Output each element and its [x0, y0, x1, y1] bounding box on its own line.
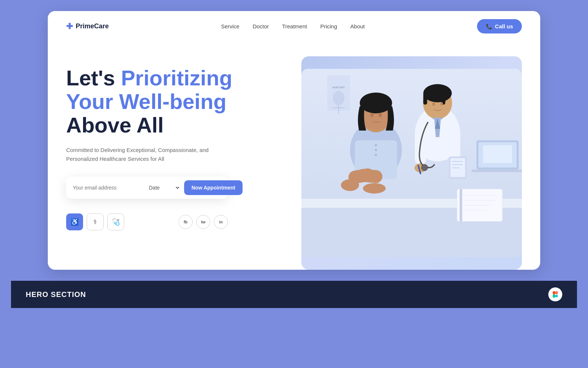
nav-doctor[interactable]: Doctor	[252, 23, 269, 29]
logo-text: PrimeCare	[76, 22, 109, 30]
date-select[interactable]: Date Today Tomorrow This Week	[146, 181, 180, 194]
svg-point-42	[375, 154, 377, 156]
medicine-icon[interactable]: ⚕	[87, 213, 104, 230]
hero-title-aboveall: Above All	[66, 113, 164, 137]
nav-links: Service Doctor Treatment Pricing About	[221, 23, 365, 29]
linkedin-icon[interactable]: in	[214, 215, 228, 229]
hero-section: Let's Prioritizing Your Well-being Above…	[48, 42, 540, 270]
nav-pricing[interactable]: Pricing	[320, 23, 337, 29]
svg-rect-51	[553, 291, 555, 294]
navbar: ✚ PrimeCare Service Doctor Treatment Pri…	[48, 11, 540, 42]
footer-bar: HERO SECTION	[11, 281, 577, 308]
svg-point-46	[379, 113, 382, 117]
service-icon-group: ♿ ⚕ 🩺	[66, 213, 124, 230]
phone-icon: 📞	[486, 24, 492, 29]
hero-left: Let's Prioritizing Your Well-being Above…	[66, 42, 301, 270]
facebook-icon[interactable]: fb	[179, 215, 193, 229]
svg-point-40	[375, 144, 377, 146]
hero-title: Let's Prioritizing Your Well-being Above…	[66, 66, 287, 137]
accessibility-symbol: ♿	[71, 218, 79, 226]
figma-icon	[548, 287, 562, 301]
main-card: ✚ PrimeCare Service Doctor Treatment Pri…	[48, 11, 540, 270]
call-us-label: Call us	[495, 23, 513, 29]
svg-point-50	[363, 183, 386, 194]
appointment-button[interactable]: Now Appointment	[184, 180, 243, 195]
svg-point-36	[421, 164, 428, 171]
svg-rect-17	[483, 145, 512, 163]
svg-point-44	[360, 93, 392, 113]
svg-point-41	[375, 149, 377, 151]
appointment-form: Date Today Tomorrow This Week Now Appoin…	[66, 177, 228, 199]
logo[interactable]: ✚ PrimeCare	[66, 22, 109, 31]
svg-rect-18	[472, 170, 522, 172]
svg-point-48	[341, 179, 359, 191]
logo-cross-icon: ✚	[66, 22, 73, 31]
svg-point-24	[432, 102, 435, 106]
nav-treatment[interactable]: Treatment	[282, 23, 307, 29]
facebook-label: fb	[184, 220, 187, 224]
hero-title-prioritizing: Prioritizing	[121, 66, 232, 90]
linkedin-label: in	[219, 220, 223, 224]
svg-rect-55	[553, 294, 555, 298]
svg-point-54	[555, 295, 558, 297]
hero-title-lets: Let's	[66, 66, 121, 90]
social-icon-group: fb tw in	[179, 215, 228, 229]
nav-service[interactable]: Service	[221, 23, 239, 29]
svg-rect-14	[460, 189, 462, 222]
svg-rect-22	[423, 93, 427, 105]
medicine-symbol: ⚕	[93, 218, 97, 226]
hero-right: ANATOMY	[301, 42, 522, 270]
twitter-icon[interactable]: tw	[196, 215, 210, 229]
email-input[interactable]	[71, 182, 139, 194]
hero-subtitle: Committed to Delivering Exceptional, Com…	[66, 146, 220, 163]
footer-label: HERO SECTION	[26, 290, 86, 299]
nav-about[interactable]: About	[350, 23, 365, 29]
doctor-scene-svg: ANATOMY	[301, 56, 522, 270]
svg-rect-32	[451, 158, 465, 177]
svg-point-21	[423, 84, 452, 102]
hero-title-wellbeing: Your Well-being	[66, 89, 226, 113]
stethoscope-icon[interactable]: 🩺	[107, 213, 124, 230]
hero-image: ANATOMY	[301, 56, 522, 270]
accessibility-icon[interactable]: ♿	[66, 213, 83, 230]
svg-point-4	[333, 91, 345, 105]
call-us-button[interactable]: 📞 Call us	[477, 19, 522, 33]
twitter-label: tw	[201, 220, 205, 224]
hero-icons-row: ♿ ⚕ 🩺 fb tw	[66, 213, 228, 230]
svg-point-45	[370, 113, 374, 117]
svg-point-25	[441, 102, 443, 106]
svg-text:ANATOMY: ANATOMY	[332, 86, 345, 89]
stethoscope-symbol: 🩺	[112, 218, 120, 226]
svg-rect-52	[555, 291, 558, 294]
